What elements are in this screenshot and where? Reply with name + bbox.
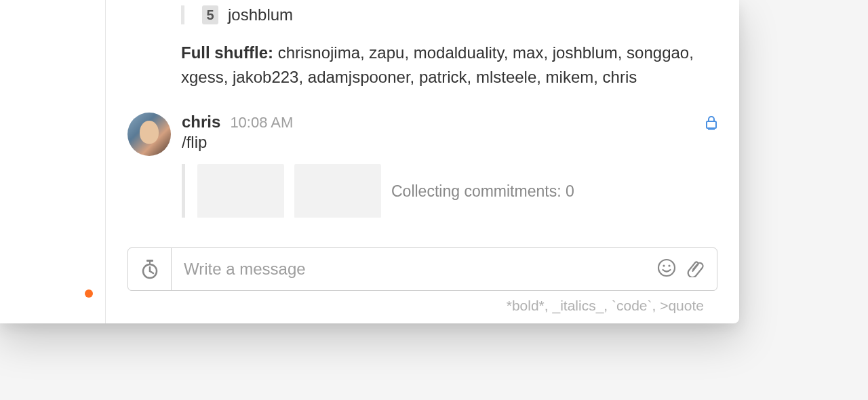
flip-status: Collecting commitments: 0 <box>391 182 574 201</box>
flip-result: Collecting commitments: 0 <box>182 164 717 218</box>
rank-badge: 5 <box>202 5 218 24</box>
message-list: 5 joshblum Full shuffle: chrisnojima, za… <box>127 0 717 218</box>
message-row: chris 10:08 AM /flip Collecting commitme… <box>127 113 717 218</box>
message-author: chris <box>182 113 220 132</box>
svg-point-5 <box>658 260 675 276</box>
flip-placeholder <box>197 164 284 218</box>
svg-rect-0 <box>707 121 716 128</box>
sidebar <box>0 0 106 323</box>
svg-rect-1 <box>708 129 715 131</box>
svg-rect-2 <box>146 260 153 262</box>
svg-point-7 <box>668 264 670 266</box>
message-time: 10:08 AM <box>230 114 293 132</box>
full-shuffle-text: Full shuffle: chrisnojima, zapu, modaldu… <box>181 41 717 89</box>
notification-dot[interactable] <box>85 289 93 298</box>
composer <box>127 247 717 291</box>
flip-status-count: 0 <box>566 182 574 200</box>
shuffle-item: 5 joshblum <box>202 5 717 24</box>
shuffle-result-block: 5 joshblum <box>181 5 717 24</box>
message-body: chris 10:08 AM /flip Collecting commitme… <box>182 113 717 218</box>
flip-placeholder <box>294 164 381 218</box>
composer-actions <box>657 248 717 290</box>
message-text: /flip <box>182 133 717 152</box>
full-shuffle-label: Full shuffle: <box>181 43 273 62</box>
exploding-message-button[interactable] <box>128 248 172 290</box>
attachment-icon[interactable] <box>686 258 705 280</box>
flip-status-label: Collecting commitments: <box>391 182 561 200</box>
emoji-icon[interactable] <box>657 258 676 280</box>
svg-point-6 <box>663 264 665 266</box>
shuffle-username: joshblum <box>228 5 293 24</box>
svg-rect-3 <box>149 262 151 264</box>
message-input[interactable] <box>172 248 657 290</box>
chat-main: 5 joshblum Full shuffle: chrisnojima, za… <box>106 0 739 323</box>
lock-icon[interactable] <box>705 115 717 133</box>
chat-window: 5 joshblum Full shuffle: chrisnojima, za… <box>0 0 739 323</box>
avatar[interactable] <box>127 113 171 156</box>
composer-area: *bold*, _italics_, `code`, >quote <box>127 218 717 323</box>
message-header: chris 10:08 AM <box>182 113 717 132</box>
format-hint: *bold*, _italics_, `code`, >quote <box>127 298 717 314</box>
